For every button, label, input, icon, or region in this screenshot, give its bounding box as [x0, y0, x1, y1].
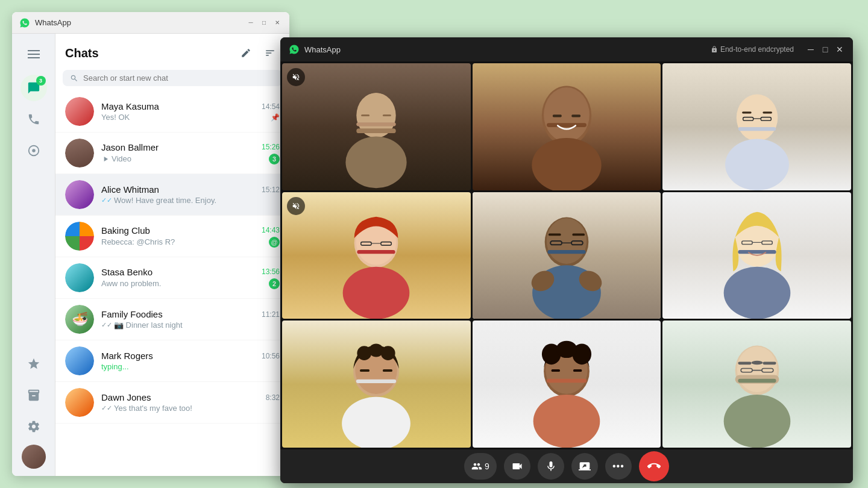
- whatsapp-logo-icon: [19, 17, 30, 28]
- chat-item-stasa-benko[interactable]: Stasa Benko 13:56 Aww no problem. 2: [55, 257, 289, 299]
- minimize-button[interactable]: ─: [246, 18, 256, 28]
- avatar-alice: [65, 180, 94, 209]
- chat-preview: ✓✓ Wow! Have great time. Enjoy.: [101, 196, 216, 205]
- svg-rect-9: [357, 122, 396, 126]
- video-cell-3: [662, 63, 851, 190]
- chat-preview: ✓✓ Yes that's my fave too!: [101, 404, 192, 413]
- call-close-button[interactable]: ✕: [835, 45, 844, 54]
- svg-rect-26: [763, 111, 772, 113]
- window-title: WhatsApp: [35, 18, 241, 27]
- call-window-title: WhatsApp: [304, 45, 706, 54]
- call-maximize-button[interactable]: □: [820, 45, 830, 54]
- chat-info-dawn: Dawn Jones 8:32 ✓✓ Yes that's my fave to…: [101, 392, 280, 413]
- mention-badge: @: [269, 237, 280, 248]
- chat-info-maya: Maya Kasuma 14:54 Yes! OK 📌: [101, 101, 280, 122]
- unread-badge: 2: [269, 278, 280, 289]
- chat-preview: Yes! OK: [101, 113, 130, 122]
- chat-info-jason: Jason Ballmer 15:26 Video 3: [101, 142, 280, 164]
- participants-icon: [471, 461, 482, 472]
- archived-nav-icon[interactable]: [20, 382, 47, 408]
- chat-preview: ✓✓ 📷 Dinner last night: [101, 321, 183, 330]
- mute-toggle-button[interactable]: [538, 453, 564, 480]
- chat-name: Family Foodies: [101, 309, 163, 319]
- svg-rect-69: [573, 369, 582, 372]
- chat-info-baking: Baking Club 14:43 Rebecca: @Chris R? @: [101, 225, 280, 248]
- chat-info-stasa: Stasa Benko 13:56 Aww no problem. 2: [101, 267, 280, 289]
- svg-rect-30: [357, 250, 395, 254]
- svg-point-20: [725, 139, 789, 190]
- calls-nav-icon[interactable]: [20, 106, 47, 133]
- user-avatar[interactable]: [22, 445, 46, 469]
- svg-rect-42: [572, 233, 585, 236]
- participants-button[interactable]: 9: [464, 453, 497, 480]
- window-controls: ─ □ ✕: [246, 18, 282, 28]
- svg-point-8: [346, 136, 407, 188]
- end-call-icon: [647, 460, 661, 473]
- svg-point-6: [357, 93, 395, 134]
- video-cell-7: [282, 321, 471, 448]
- end-call-button[interactable]: [639, 451, 669, 481]
- svg-rect-41: [549, 233, 561, 236]
- status-nav-icon[interactable]: [20, 137, 47, 164]
- encryption-label: End-to-end endcrypted: [711, 45, 794, 54]
- close-button[interactable]: ✕: [272, 18, 282, 28]
- call-window: WhatsApp End-to-end endcrypted ─ □ ✕: [280, 37, 853, 483]
- svg-rect-1: [28, 54, 40, 55]
- chat-item-family-foodies[interactable]: 🍜 Family Foodies 11:21 ✓✓ 📷 Dinner last …: [55, 299, 289, 340]
- chat-item-alice-whitman[interactable]: Alice Whitman 15:12 ✓✓ Wow! Have great t…: [55, 174, 289, 216]
- chat-panel: Chats: [55, 34, 289, 476]
- menu-icon[interactable]: [20, 41, 47, 67]
- share-screen-button[interactable]: [571, 453, 598, 480]
- chats-title: Chats: [65, 46, 231, 60]
- search-input[interactable]: [83, 74, 275, 83]
- chat-item-dawn-jones[interactable]: Dawn Jones 8:32 ✓✓ Yes that's my fave to…: [55, 382, 289, 424]
- call-minimize-button[interactable]: ─: [806, 45, 816, 54]
- chat-info-alice: Alice Whitman 15:12 ✓✓ Wow! Have great t…: [101, 184, 280, 205]
- avatar-baking: [65, 222, 94, 251]
- participants-count: 9: [485, 461, 489, 471]
- svg-rect-68: [552, 369, 560, 372]
- chat-name: Baking Club: [101, 225, 150, 236]
- svg-rect-17: [571, 114, 580, 117]
- chat-item-jason-ballmer[interactable]: Jason Ballmer 15:26 Video 3: [55, 133, 289, 174]
- svg-rect-60: [383, 369, 392, 372]
- svg-rect-67: [547, 379, 587, 383]
- chat-item-mark-rogers[interactable]: Mark Rogers 10:56 typing...: [55, 340, 289, 382]
- starred-nav-icon[interactable]: [20, 351, 47, 377]
- settings-nav-icon[interactable]: [20, 413, 47, 440]
- svg-rect-0: [28, 50, 40, 51]
- video-grid: [280, 61, 853, 449]
- chat-name: Stasa Benko: [101, 267, 153, 277]
- video-cell-1: [282, 63, 471, 190]
- svg-point-66: [533, 395, 600, 448]
- chat-name: Alice Whitman: [101, 184, 159, 195]
- chat-preview: Rebecca: @Chris R?: [101, 237, 175, 246]
- video-cell-2: [473, 63, 661, 190]
- svg-rect-11: [383, 114, 391, 116]
- new-chat-button[interactable]: [236, 43, 256, 63]
- svg-point-80: [751, 361, 763, 364]
- svg-rect-16: [553, 114, 562, 117]
- svg-point-19: [738, 95, 776, 139]
- svg-rect-7: [357, 128, 396, 133]
- svg-point-14: [532, 138, 601, 190]
- chat-item-maya-kasuma[interactable]: Maya Kasuma 14:54 Yes! OK 📌: [55, 91, 289, 133]
- video-toggle-button[interactable]: [504, 453, 530, 480]
- svg-rect-10: [361, 114, 370, 116]
- chat-time: 11:21: [262, 310, 280, 319]
- call-window-logo: [289, 44, 300, 55]
- svg-point-4: [32, 149, 36, 152]
- chat-name: Dawn Jones: [101, 392, 151, 402]
- svg-rect-59: [360, 369, 370, 372]
- chat-item-baking-club[interactable]: Baking Club 14:43 Rebecca: @Chris R? @: [55, 216, 289, 257]
- chat-name: Maya Kasuma: [101, 101, 159, 111]
- chat-time: 10:56: [262, 352, 280, 360]
- call-window-controls: ─ □ ✕: [806, 45, 844, 54]
- unread-badge: 3: [269, 154, 280, 164]
- maximize-button[interactable]: □: [259, 18, 269, 28]
- chat-info-mark: Mark Rogers 10:56 typing...: [101, 351, 280, 371]
- filter-button[interactable]: [260, 43, 280, 63]
- more-options-button[interactable]: •••: [605, 453, 632, 480]
- chats-nav-icon[interactable]: 3: [20, 75, 47, 101]
- mute-indicator-4: [287, 197, 305, 215]
